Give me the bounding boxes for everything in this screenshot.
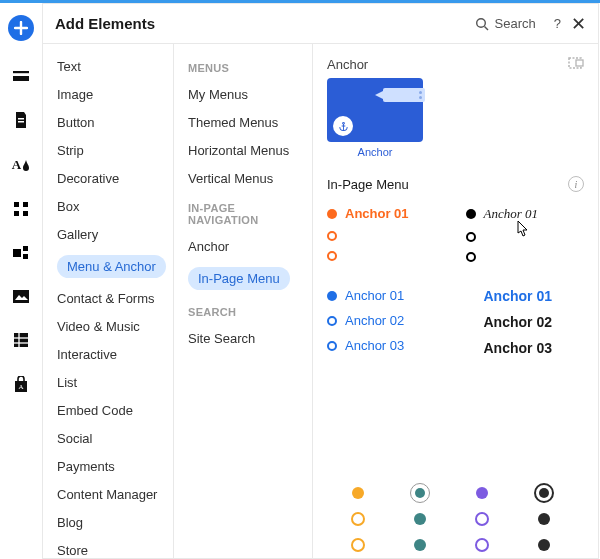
rail-page-icon[interactable] — [13, 111, 29, 129]
category-item[interactable]: Decorative — [43, 164, 173, 192]
category-item[interactable]: Image — [43, 80, 173, 108]
svg-rect-1 — [13, 76, 29, 81]
category-item[interactable]: Gallery — [43, 220, 173, 248]
inpage-menu-style-3[interactable]: Anchor 01 Anchor 02 Anchor 03 — [327, 288, 446, 356]
panel-title: Add Elements — [55, 15, 155, 32]
dot-style[interactable] — [389, 532, 451, 558]
dot-style[interactable] — [513, 532, 575, 558]
rail-data-icon[interactable] — [13, 332, 29, 348]
search-button[interactable]: Search — [475, 16, 536, 31]
dot-style[interactable] — [389, 506, 451, 532]
category-item[interactable]: Interactive — [43, 340, 173, 368]
sub-item[interactable]: Anchor — [174, 232, 312, 260]
svg-rect-7 — [23, 211, 28, 216]
category-item[interactable]: Blog — [43, 508, 173, 536]
inpage-menu-style-1[interactable]: Anchor 01 — [327, 206, 446, 262]
preview-pane: Anchor Anchor In-Page Menu i — [313, 44, 598, 558]
close-button[interactable]: ✕ — [571, 13, 586, 35]
category-item[interactable]: Embed Code — [43, 396, 173, 424]
category-item[interactable]: Payments — [43, 452, 173, 480]
dot-style[interactable] — [451, 480, 513, 506]
category-item[interactable]: Video & Music — [43, 312, 173, 340]
svg-rect-9 — [23, 246, 28, 251]
anchor-element-preview[interactable]: Anchor — [327, 78, 423, 158]
svg-rect-21 — [576, 60, 583, 66]
dot-style[interactable] — [451, 506, 513, 532]
sub-item[interactable]: Themed Menus — [174, 108, 312, 136]
svg-rect-4 — [14, 202, 19, 207]
svg-point-18 — [476, 18, 485, 27]
inpage-menu-style-4[interactable]: Anchor 01 Anchor 02 Anchor 03 — [466, 288, 585, 356]
category-item[interactable]: Box — [43, 192, 173, 220]
category-item[interactable]: List — [43, 368, 173, 396]
category-item-selected[interactable]: Menu & Anchor — [43, 248, 173, 284]
rail-business-icon[interactable]: A — [13, 376, 29, 393]
subcategory-list: MENUS My Menus Themed Menus Horizontal M… — [174, 44, 313, 558]
info-icon[interactable]: i — [568, 176, 584, 192]
svg-rect-0 — [13, 71, 29, 73]
popout-icon[interactable] — [568, 56, 584, 72]
anchor-caption: Anchor — [327, 146, 423, 158]
sub-heading-menus: MENUS — [174, 52, 312, 80]
dot-style-grid — [327, 480, 598, 558]
category-item[interactable]: Strip — [43, 136, 173, 164]
sub-item-selected[interactable]: In-Page Menu — [174, 260, 312, 296]
category-item[interactable]: Store — [43, 536, 173, 559]
help-button[interactable]: ? — [554, 16, 561, 31]
left-rail: A A — [0, 3, 42, 559]
dot-style[interactable] — [451, 532, 513, 558]
rail-addons-icon[interactable] — [12, 245, 30, 261]
section-inpage-label: In-Page Menu — [327, 177, 409, 192]
dot-style[interactable] — [327, 506, 389, 532]
svg-rect-3 — [18, 121, 24, 123]
category-item[interactable]: Button — [43, 108, 173, 136]
add-elements-panel: Add Elements Search ? ✕ Text Image Butto… — [42, 3, 599, 559]
sub-item[interactable]: Site Search — [174, 324, 312, 352]
search-icon — [475, 17, 489, 31]
add-elements-button[interactable] — [8, 15, 34, 41]
section-anchor-label: Anchor — [327, 57, 368, 72]
dot-style[interactable] — [389, 480, 451, 506]
svg-rect-8 — [13, 249, 21, 257]
dot-style[interactable] — [513, 480, 575, 506]
svg-rect-5 — [23, 202, 28, 207]
dot-style[interactable] — [327, 480, 389, 506]
inpage-menu-style-2[interactable]: Anchor 01 — [466, 206, 585, 262]
rail-apps-icon[interactable] — [13, 201, 29, 217]
sub-heading-search: SEARCH — [174, 296, 312, 324]
rail-media-icon[interactable] — [12, 289, 30, 304]
rail-section-icon[interactable] — [12, 69, 30, 83]
sub-item[interactable]: Horizontal Menus — [174, 136, 312, 164]
svg-line-19 — [484, 26, 488, 30]
svg-rect-6 — [14, 211, 19, 216]
svg-text:A: A — [18, 383, 23, 391]
category-item[interactable]: Contact & Forms — [43, 284, 173, 312]
svg-rect-11 — [13, 290, 29, 303]
category-list: Text Image Button Strip Decorative Box G… — [43, 44, 174, 558]
category-item[interactable]: Content Manager — [43, 480, 173, 508]
cursor-icon — [514, 220, 530, 238]
svg-rect-2 — [18, 118, 24, 120]
svg-rect-10 — [23, 254, 28, 259]
rail-design-icon[interactable]: A — [12, 157, 30, 173]
dot-style[interactable] — [327, 532, 389, 558]
anchor-icon — [333, 116, 353, 136]
category-item[interactable]: Social — [43, 424, 173, 452]
sub-item[interactable]: My Menus — [174, 80, 312, 108]
sub-item[interactable]: Vertical Menus — [174, 164, 312, 192]
sub-heading-inpage: IN-PAGE NAVIGATION — [174, 192, 312, 232]
search-label: Search — [495, 16, 536, 31]
panel-header: Add Elements Search ? ✕ — [43, 4, 598, 44]
category-item[interactable]: Text — [43, 52, 173, 80]
dot-style[interactable] — [513, 506, 575, 532]
svg-rect-12 — [14, 333, 28, 347]
